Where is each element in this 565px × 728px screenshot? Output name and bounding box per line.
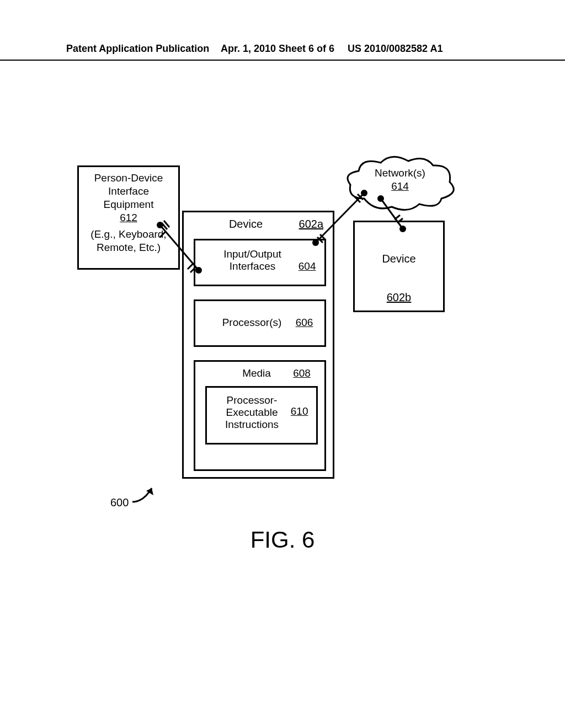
system-ref-arrow [132,488,153,502]
device-a-title: Device 602a [184,218,333,231]
person-device-interface-box: Person-Device Interface Equipment 612 (E… [77,165,180,270]
instructions-label: Processor- Executable Instructions [222,394,282,431]
io-interfaces-box: Input/Output Interfaces 604 [194,239,326,286]
pdie-line2: Interface [79,185,178,198]
io-ref: 604 [299,260,316,272]
instructions-ref: 610 [291,405,308,417]
pdie-line3: Equipment [79,198,178,211]
media-ref: 608 [293,367,311,379]
header-right: US 2010/0082582 A1 [348,43,443,55]
media-box: Media 608 Processor- Executable Instruct… [194,360,326,471]
pdie-line1: Person-Device [79,172,178,185]
page: Patent Application Publication Apr. 1, 2… [0,0,565,728]
pdie-ref: 612 [79,211,178,224]
processors-box: Processor(s) 606 [194,299,326,347]
header-left: Patent Application Publication [66,43,209,55]
io-label: Input/Output Interfaces [220,248,286,272]
system-ref-label: 600 [110,496,129,509]
instructions-box: Processor- Executable Instructions 610 [205,386,318,445]
device-b-label: Device [355,253,443,265]
instructions-title: Processor- Executable Instructions 610 [207,394,316,431]
network-cloud: Network(s) 614 [342,154,458,215]
processors-ref: 606 [296,317,313,329]
device-b-box: Device 602b [353,221,445,312]
media-title: Media 608 [195,367,324,379]
device-a-label: Device [229,218,263,231]
io-title: Input/Output Interfaces 604 [195,248,324,272]
pdie-note: (E.g., Keyboard, Remote, Etc.) [79,228,178,254]
device-a-ref: 602a [299,218,324,231]
svg-line-18 [395,215,400,220]
network-ref: 614 [342,180,458,193]
processors-title: Processor(s) 606 [195,317,324,329]
network-label: Network(s) [342,167,458,180]
device-b-ref: 602b [355,291,443,304]
header-center: Apr. 1, 2010 Sheet 6 of 6 [221,43,334,55]
processors-label: Processor(s) [222,317,282,329]
media-label: Media [242,367,271,379]
page-header: Patent Application Publication Apr. 1, 2… [0,43,565,61]
figure-label: FIG. 6 [0,527,565,553]
svg-marker-20 [146,488,153,495]
device-a-box: Device 602a Input/Output Interfaces 604 … [182,211,334,479]
network-text: Network(s) 614 [342,167,458,193]
